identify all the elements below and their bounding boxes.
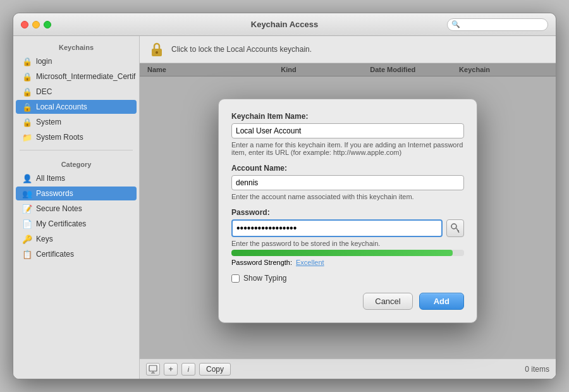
- sidebar-item-label: Keys: [36, 235, 53, 243]
- lock-button[interactable]: [147, 40, 166, 59]
- info-button[interactable]: i: [181, 363, 195, 376]
- sidebar-item-label: All Items: [36, 174, 65, 183]
- account-name-label: Account Name:: [231, 164, 464, 173]
- sidebar-item-certificates[interactable]: 📋 Certificates: [16, 247, 137, 261]
- note-icon: 📝: [22, 204, 32, 214]
- sidebar-divider: [20, 150, 133, 150]
- sidebar-item-label: Microsoft_Intermediate_Certif: [36, 72, 135, 81]
- password-input-wrapper: [231, 219, 443, 237]
- sidebar: Keychains 🔒 login 🔒 Microsoft_Intermedia…: [13, 36, 140, 379]
- sidebar-item-system-roots[interactable]: 📁 System Roots: [16, 130, 137, 144]
- screen-icon: [149, 365, 157, 374]
- modal-buttons: Cancel Add: [231, 293, 464, 310]
- sidebar-item-label: Local Accounts: [36, 102, 87, 111]
- minimize-button[interactable]: [32, 21, 40, 28]
- sidebar-item-local-accounts[interactable]: 🔒 Local Accounts: [16, 100, 137, 114]
- add-item-button[interactable]: +: [164, 363, 178, 376]
- add-keychain-modal: Keychain Item Name: Enter a name for thi…: [218, 99, 477, 323]
- lock-icon: 🔒: [22, 102, 32, 112]
- sidebar-item-label: login: [36, 57, 52, 66]
- lock-icon: 🔒: [22, 71, 32, 82]
- sidebar-item-all-items[interactable]: 👤 All Items: [16, 171, 137, 185]
- key-icon: 🔑: [22, 234, 32, 244]
- copy-button[interactable]: Copy: [199, 363, 231, 376]
- sidebar-item-label: My Certificates: [36, 219, 86, 228]
- certificate-icon: 📄: [22, 219, 32, 229]
- item-name-input[interactable]: [231, 123, 464, 138]
- sidebar-item-dec[interactable]: 🔒 DEC: [16, 85, 137, 99]
- sidebar-item-label: Secure Notes: [36, 204, 82, 213]
- folder-icon: 📁: [22, 132, 32, 142]
- sidebar-item-secure-notes[interactable]: 📝 Secure Notes: [16, 202, 137, 216]
- key-icon: [451, 223, 460, 234]
- sidebar-item-microsoft[interactable]: 🔒 Microsoft_Intermediate_Certif: [16, 70, 137, 83]
- cert-icon: 📋: [22, 249, 32, 259]
- strength-bar-container: [231, 250, 464, 256]
- window-title: Keychain Access: [251, 20, 318, 29]
- modal-overlay: Keychain Item Name: Enter a name for thi…: [140, 63, 556, 358]
- search-icon: 🔍: [451, 20, 460, 28]
- sidebar-item-my-certificates[interactable]: 📄 My Certificates: [16, 217, 137, 231]
- password-group: Password:: [231, 208, 464, 266]
- titlebar: Keychain Access 🔍: [13, 13, 556, 36]
- padlock-icon: [150, 41, 164, 58]
- lock-screen-button[interactable]: [146, 363, 160, 376]
- account-name-input[interactable]: [231, 175, 464, 190]
- keychains-header: Keychains: [13, 39, 139, 54]
- password-label: Password:: [231, 208, 464, 217]
- password-hint: Enter the password to be stored in the k…: [231, 240, 464, 247]
- sidebar-item-label: Certificates: [36, 250, 74, 259]
- sidebar-item-keys[interactable]: 🔑 Keys: [16, 232, 137, 246]
- cancel-button[interactable]: Cancel: [363, 293, 412, 310]
- lock-icon: 🔒: [22, 117, 32, 127]
- password-row: [231, 219, 464, 237]
- toolbar: Click to lock the Local Accounts keychai…: [140, 36, 556, 63]
- strength-label: Password Strength:: [231, 259, 292, 266]
- add-button[interactable]: Add: [419, 293, 464, 310]
- account-name-group: Account Name: Enter the account name ass…: [231, 164, 464, 200]
- sidebar-item-label: Passwords: [36, 189, 73, 198]
- search-box[interactable]: 🔍: [447, 18, 548, 31]
- category-header: Category: [13, 156, 139, 171]
- sidebar-item-label: DEC: [36, 87, 52, 96]
- svg-rect-5: [149, 365, 157, 371]
- passwords-icon: 👥: [22, 188, 32, 199]
- traffic-lights[interactable]: [21, 21, 51, 28]
- svg-point-2: [451, 224, 456, 229]
- main-panel: Click to lock the Local Accounts keychai…: [140, 36, 556, 379]
- sidebar-item-system[interactable]: 🔒 System: [16, 115, 137, 129]
- toolbar-text: Click to lock the Local Accounts keychai…: [171, 45, 312, 54]
- close-button[interactable]: [21, 21, 28, 28]
- show-typing-row: Show Typing: [231, 274, 464, 283]
- strength-value[interactable]: Excellent: [296, 259, 324, 266]
- show-typing-label: Show Typing: [243, 274, 287, 283]
- show-typing-checkbox[interactable]: [231, 274, 240, 283]
- svg-point-1: [156, 51, 158, 54]
- password-input[interactable]: [231, 219, 443, 237]
- account-name-hint: Enter the account name associated with t…: [231, 193, 464, 200]
- sidebar-item-label: System: [36, 118, 61, 126]
- item-name-label: Keychain Item Name:: [231, 112, 464, 121]
- maximize-button[interactable]: [44, 21, 51, 28]
- bottom-bar: + i Copy 0 items: [140, 358, 556, 379]
- sidebar-item-passwords[interactable]: 👥 Passwords: [16, 187, 137, 200]
- item-name-group: Keychain Item Name: Enter a name for thi…: [231, 112, 464, 156]
- sidebar-item-login[interactable]: 🔒 login: [16, 54, 137, 68]
- lock-icon: 🔒: [22, 87, 32, 97]
- lock-icon: 🔒: [22, 56, 32, 66]
- password-strength-row: Password Strength: Excellent: [231, 259, 464, 266]
- item-name-hint: Enter a name for this keychain item. If …: [231, 141, 464, 156]
- strength-bar: [231, 250, 453, 256]
- sidebar-item-label: System Roots: [36, 133, 83, 142]
- items-count: 0 items: [525, 365, 549, 374]
- all-items-icon: 👤: [22, 173, 32, 183]
- generate-password-button[interactable]: [446, 219, 464, 237]
